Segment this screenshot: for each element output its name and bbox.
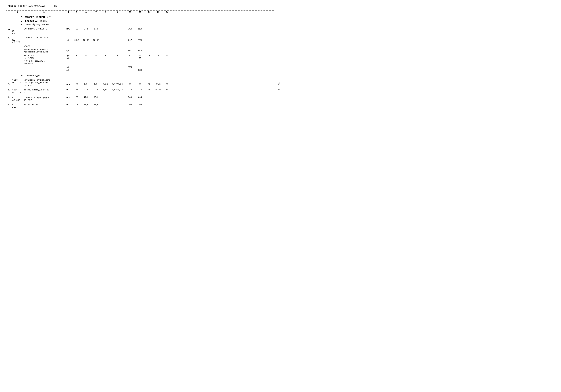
col-header-3: 3 <box>24 11 64 14</box>
row-col8: – <box>101 28 109 30</box>
row-code: 7-626 46-2-I.3 <box>11 88 24 94</box>
row-num: I. <box>6 28 11 30</box>
row-code: ЗСЦ 9.843 <box>11 104 24 109</box>
row-col10: 867 <box>125 37 135 41</box>
row-col6: I3,48 <box>81 37 91 41</box>
row-desc: То же, площадью до IO м2 <box>24 88 64 94</box>
section-header-1: П. ДОБАВИТЬ К СМЕТЕ № I <box>6 14 274 19</box>
col-header-12: I2 <box>145 11 153 14</box>
row-code: ЗСЦ 9.827 <box>11 28 24 35</box>
col-header-2: 2 <box>11 11 24 14</box>
row-desc: Стоимость В-32.25-I <box>24 28 64 30</box>
row-code: 7-623 46-I-I.8 <box>11 79 24 84</box>
row-num: 4. <box>6 104 11 106</box>
row-col7: 2I8 <box>91 28 101 30</box>
column-headers: 1 2 3 4 5 6 7 8 9 IO II I2 I3 I4 <box>6 10 274 14</box>
subsubsection-header-1: I. Стены б) внутренние <box>6 23 274 27</box>
row-unit: шт. <box>64 96 73 98</box>
row-num: I. <box>6 79 11 86</box>
col-header-8: 8 <box>101 11 109 14</box>
table-row: 2. ЗСЦ п.9.I27 Стоимость 9В-32.25-I м2 6… <box>6 35 274 44</box>
row-unit: шт. <box>64 79 73 85</box>
table-row: 3. ЗСЦ п.9.838 Стоимость перегородок ШI-… <box>6 95 274 103</box>
row-col12: – <box>145 37 153 41</box>
row-col9: – <box>109 37 125 41</box>
row-col11: I259 <box>135 37 145 41</box>
subsection-header-1: Б. НАДЗЕМНАЯ ЧАСТЬ <box>6 19 274 23</box>
row-unit: руб.руб. <box>64 66 73 71</box>
row-col14: – <box>163 37 171 41</box>
table-row: I. ЗСЦ 9.827 Стоимость В-32.25-I шт. IO … <box>6 27 274 35</box>
section-title-pereg: IY. Перегородки <box>6 73 274 78</box>
total-row-2: на 3,66% на 2,88% ИТОГО по разделу I доб… <box>6 54 274 66</box>
col-header-1: 1 <box>6 11 11 14</box>
row-desc: То же, ШI-30-I <box>24 104 64 106</box>
row-col9: – <box>109 28 125 30</box>
row-col10: I720 <box>125 28 135 30</box>
table-row: 2. 7-626 46-2-I.3 То же, площадью до IO … <box>6 88 274 95</box>
right-margin-label-2: То <box>278 88 280 90</box>
col-header-14: I4 <box>163 11 171 14</box>
row-unit: м2 <box>64 37 73 41</box>
row-col5: 64,3 <box>73 37 81 41</box>
row-col12: – <box>145 28 153 30</box>
row-num: 2. <box>6 88 11 91</box>
row-unit: руб. <box>64 45 73 52</box>
row-desc: Установка крупнопанель- ных перегородок … <box>24 79 64 87</box>
table-row: 4. ЗСЦ 9.843 То же, ШI-30-I шт. I8 68,6 … <box>6 103 274 110</box>
right-margin-label-1: То <box>278 82 280 85</box>
row-unit: шт. <box>64 104 73 106</box>
row-col6: I72 <box>81 28 91 30</box>
row-col13: – <box>153 37 163 41</box>
row-num: 2. <box>6 37 11 39</box>
col-header-9: 9 <box>109 11 125 14</box>
row-num: 3. <box>6 96 11 99</box>
col-header-6: 6 <box>81 11 91 14</box>
row-unit: шт. <box>64 88 73 91</box>
col-header-11: II <box>135 11 145 14</box>
row-col13: – <box>153 28 163 30</box>
col-header-5: 5 <box>73 11 81 14</box>
row-col14: – <box>163 28 171 30</box>
row-desc: ИТОГО: Увеличение стоимости привозных ма… <box>24 45 64 54</box>
row-desc: Стоимость 9В-32.25-I <box>24 37 64 39</box>
row-col11: 2I80 <box>135 28 145 30</box>
row-unit: шт. <box>64 28 73 30</box>
col-header-10: IO <box>125 11 135 14</box>
row-desc: на 3,66% на 2,88% ИТОГО по разделу I доб… <box>24 54 64 65</box>
page-title: Типовой проект I25-045/I.2 УШ <box>6 5 274 7</box>
total-row-1: ИТОГО: Увеличение стоимости привозных ма… <box>6 44 274 54</box>
row-col8: – <box>101 37 109 41</box>
row-code: ЗСЦ п.9.I27 <box>11 37 24 44</box>
col-header-13: I3 <box>153 11 163 14</box>
row-col7: I9,58 <box>91 37 101 41</box>
col-header-7: 7 <box>91 11 101 14</box>
col-header-4: 4 <box>64 11 73 14</box>
table-row: I. 7-623 46-I-I.8 Установка крупнопанель… <box>6 78 274 88</box>
row-code: ЗСЦ п.9.838 <box>11 96 24 102</box>
row-col5: IO <box>73 28 81 30</box>
row-unit: руб.руб. <box>64 54 73 60</box>
total-row-3: руб.руб. –– –– –– –– –– 2682– –3538 –– –… <box>6 65 274 73</box>
row-desc: Стоимость перегородок ШI-I8-I <box>24 96 64 102</box>
